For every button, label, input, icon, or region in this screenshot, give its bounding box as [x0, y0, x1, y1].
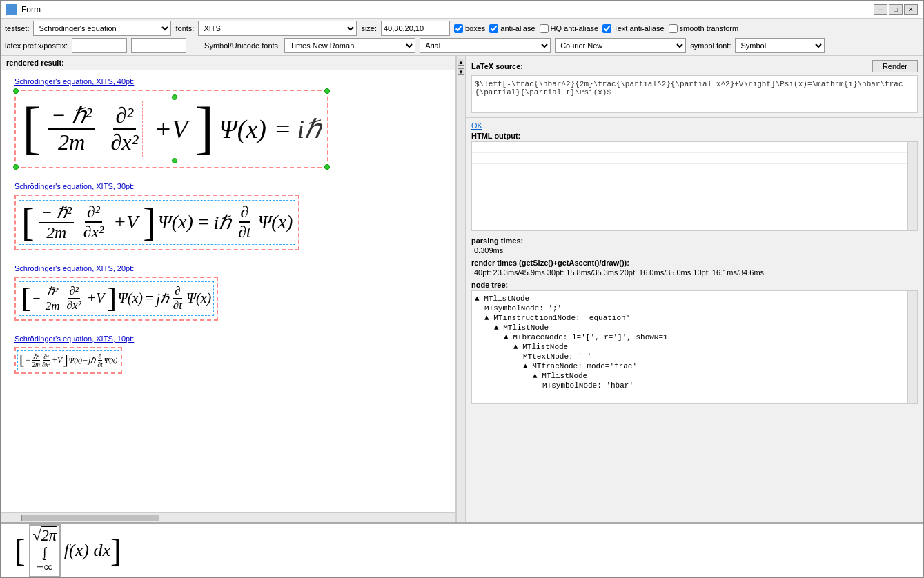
- html-output-label: HTML output:: [471, 132, 918, 140]
- fonts-label: fonts:: [175, 24, 194, 32]
- html-line-2: [472, 153, 917, 164]
- eq-box-20pt: [ − ℏ² 2m ∂² ∂x² +V: [14, 277, 218, 321]
- eq-inner-20pt: [ − ℏ² 2m ∂² ∂x² +V: [19, 281, 214, 316]
- maximize-button[interactable]: □: [889, 4, 903, 15]
- eq-inner-10pt: [ − ℏ² 2m ∂² ∂x² +V: [17, 350, 119, 370]
- size-label: size:: [361, 24, 377, 32]
- node-tree-area[interactable]: ▲ MTlistNode MTsymbolNode: ';' ▲ MTinstr…: [471, 290, 918, 404]
- preview-math: [ √2π ∫ −∞ f(x) dx ]: [14, 524, 121, 577]
- left-panel: rendered result: Schrödinger's equation,…: [1, 56, 456, 522]
- scroll-thumb[interactable]: [21, 515, 159, 521]
- hq-anti-alias-checkbox-label[interactable]: HQ anti-aliase: [540, 24, 599, 33]
- window-icon: [6, 4, 17, 15]
- node-tree-label: node tree:: [471, 281, 918, 289]
- math-display-10pt: [ − ℏ² 2m ∂² ∂x² +V: [19, 352, 117, 368]
- render-times-section: render times (getSize()+getAscent()/draw…: [466, 259, 923, 281]
- eq-section-30pt: Schrödinger's equation, XITS, 30pt: [ − …: [14, 182, 442, 250]
- tree-item-9: MTsymbolNode: 'hbar': [475, 381, 914, 390]
- symbol-font-select[interactable]: Symbol: [735, 38, 825, 53]
- parsing-value: 0.309ms: [471, 245, 918, 256]
- latex-source-label: LaTeX source:: [471, 62, 523, 70]
- smooth-transform-checkbox[interactable]: [669, 24, 678, 33]
- horizontal-scrollbar[interactable]: [1, 512, 455, 522]
- hq-anti-alias-checkbox[interactable]: [540, 24, 549, 33]
- tree-item-4: ▲ MTbraceNode: l='[', r=']', showR=1: [475, 332, 914, 342]
- tree-item-0: ▲ MTlistNode: [475, 294, 914, 303]
- tree-item-3: ▲ MTlistNode: [475, 323, 914, 332]
- title-bar-buttons: − □ ✕: [874, 4, 918, 15]
- window-title: Form: [21, 5, 869, 14]
- symbol-unicode-select[interactable]: Times New Roman: [284, 38, 415, 53]
- plus-v-40pt: +V: [154, 114, 188, 144]
- third-font-select[interactable]: Courier New: [555, 38, 686, 53]
- scroll-down-btn[interactable]: ▼: [458, 68, 464, 75]
- html-line-6: [472, 197, 917, 208]
- latex-prefix-input[interactable]: [72, 38, 127, 53]
- eq-inner-40pt: [ − ℏ² 2m ∂² ∂x² +V ]: [19, 97, 324, 161]
- main-window: Form − □ ✕ testset: Schrödinger's equati…: [0, 0, 924, 578]
- parsing-section: parsing times: 0.309ms: [466, 234, 923, 259]
- text-anti-alias-checkbox[interactable]: [602, 24, 611, 33]
- toolbar-row-1: testset: Schrödinger's equation fonts: X…: [5, 21, 919, 36]
- math-display-30pt: [ − ℏ² 2m ∂² ∂x² +V ]: [21, 203, 293, 242]
- left-bracket-40pt: [: [22, 100, 41, 158]
- parsing-label: parsing times:: [471, 237, 918, 245]
- tree-scrollbar[interactable]: [907, 291, 917, 403]
- symbol-font-label: symbol font:: [690, 41, 731, 50]
- vertical-scrollbar[interactable]: ▲ ▼: [456, 56, 466, 522]
- testset-select[interactable]: Schrödinger's equation: [33, 21, 171, 36]
- latex-postfix-input[interactable]: [131, 38, 186, 53]
- eq-box-30pt: [ − ℏ² 2m ∂² ∂x² +V ]: [14, 195, 299, 250]
- tree-item-2: ▲ MTinstruction1Node: 'equation': [475, 313, 914, 323]
- html-output-area[interactable]: [471, 141, 918, 231]
- equals-40pt: =: [275, 114, 290, 144]
- anti-alias-checkbox[interactable]: [489, 24, 498, 33]
- html-output-scrollbar[interactable]: [907, 142, 917, 230]
- html-line-4: [472, 175, 917, 186]
- toolbar-row-2: latex prefix/postfix: Symbol/Unicode fon…: [5, 38, 919, 53]
- close-button[interactable]: ✕: [904, 4, 918, 15]
- latex-source-textarea[interactable]: $\left[-\frac{\hbar^2}{2m}\frac{\partial…: [471, 75, 918, 113]
- right-bracket-40pt: ]: [195, 100, 214, 158]
- eq-title-20pt[interactable]: Schrödinger's equation, XITS, 20pt:: [14, 264, 442, 272]
- rendered-result-label: rendered result:: [1, 56, 455, 70]
- size-input[interactable]: [381, 21, 450, 36]
- frac2-40pt: ∂² ∂x²: [106, 101, 143, 157]
- boxes-checkbox-label[interactable]: boxes: [454, 24, 485, 33]
- latex-source-section: LaTeX source: Render $\left[-\frac{\hbar…: [466, 56, 923, 118]
- tree-item-6: MTtextNode: '-': [475, 352, 914, 361]
- boxes-checkbox[interactable]: [454, 24, 463, 33]
- ok-section: OK: [466, 118, 923, 132]
- eq-title-10pt[interactable]: Schrödinger's equation, XITS, 10pt:: [14, 335, 442, 343]
- eq-title-40pt[interactable]: Schrödinger's equation, XITS, 40pt:: [14, 77, 442, 86]
- scroll-up-btn[interactable]: ▲: [458, 59, 464, 66]
- right-panel: LaTeX source: Render $\left[-\frac{\hbar…: [466, 56, 923, 522]
- eq-inner-30pt: [ − ℏ² 2m ∂² ∂x² +V ]: [19, 200, 295, 245]
- fonts-select[interactable]: XITS: [198, 21, 357, 36]
- psi-40pt: Ψ(x): [217, 112, 268, 146]
- minimize-button[interactable]: −: [874, 4, 887, 15]
- anti-alias-checkbox-label[interactable]: anti-aliase: [489, 24, 535, 33]
- eq-section-40pt: Schrödinger's equation, XITS, 40pt: [: [14, 77, 442, 168]
- render-times-label: render times (getSize()+getAscent()/draw…: [471, 259, 918, 267]
- title-bar: Form − □ ✕: [1, 1, 923, 19]
- ok-label[interactable]: OK: [471, 121, 482, 130]
- eq-box-10pt: [ − ℏ² 2m ∂² ∂x² +V: [14, 347, 122, 374]
- eq-box-40pt: [ − ℏ² 2m ∂² ∂x² +V ]: [14, 90, 328, 168]
- render-button[interactable]: Render: [872, 60, 918, 72]
- testset-label: testset:: [5, 24, 29, 32]
- rhs-40pt: iℏ: [297, 114, 321, 144]
- html-line-5: [472, 186, 917, 197]
- frac1-40pt: − ℏ² 2m: [48, 102, 95, 155]
- html-line-1: [472, 142, 917, 153]
- text-anti-alias-checkbox-label[interactable]: Text anti-aliase: [602, 24, 664, 33]
- smooth-transform-checkbox-label[interactable]: smooth transform: [669, 24, 739, 33]
- bottom-preview: [ √2π ∫ −∞ f(x) dx ]: [1, 522, 923, 577]
- toolbar: testset: Schrödinger's equation fonts: X…: [1, 19, 923, 56]
- eq-title-30pt[interactable]: Schrödinger's equation, XITS, 30pt:: [14, 182, 442, 190]
- second-font-select[interactable]: Arial: [420, 38, 551, 53]
- tree-item-5: ▲ MTlistNode: [475, 342, 914, 352]
- tree-item-8: ▲ MTlistNode: [475, 371, 914, 381]
- math-display-20pt: [ − ℏ² 2m ∂² ∂x² +V: [21, 284, 211, 313]
- html-output-section: HTML output:: [466, 132, 923, 234]
